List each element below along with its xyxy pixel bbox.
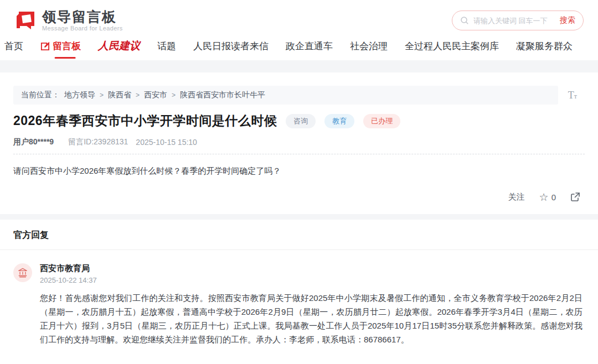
- reply-content: 您好！首先感谢您对我们工作的关注和支持。按照西安市教育局关于做好2025年中小学…: [40, 291, 582, 346]
- badge-status: 已办理: [363, 114, 400, 128]
- page-header: 领导留言板 Message Board for Leaders 搜索: [0, 0, 598, 38]
- star-button[interactable]: ☆ 0: [539, 192, 556, 202]
- badge-category: 咨询: [286, 114, 316, 128]
- message-time: 2025-10-15 15:10: [136, 138, 197, 147]
- message-id: 留言ID:23928131: [68, 137, 128, 147]
- share-button[interactable]: [570, 192, 580, 202]
- search-icon: [460, 16, 469, 25]
- star-count: 0: [551, 193, 556, 202]
- breadcrumb-separator: >: [172, 91, 176, 99]
- government-building-icon: [18, 268, 28, 278]
- reply-item: 西安市教育局 2025-10-22 14:37 您好！首先感谢您对我们工作的关注…: [0, 250, 598, 357]
- message-title: 2026年春季西安市中小学开学时间是什么时候: [13, 112, 277, 129]
- breadcrumb-separator: >: [100, 91, 104, 99]
- nav-item-serve-masses[interactable]: 凝聚服务群众: [516, 40, 573, 53]
- breadcrumb-separator: >: [136, 91, 140, 99]
- font-size-toggle[interactable]: Tт: [568, 90, 585, 101]
- message-card: 当前位置： 地方领导 > 陕西省 > 西安市 > 陕西省西安市市长叶牛平 Tт …: [0, 72, 598, 214]
- breadcrumb-item-leader[interactable]: 陕西省西安市市长叶牛平: [180, 90, 265, 100]
- nav-item-democracy-cases[interactable]: 全过程人民民主案例库: [405, 40, 499, 53]
- message-actions: 关注 ☆ 0: [13, 190, 585, 204]
- site-logo[interactable]: 领导留言板 Message Board for Leaders: [14, 9, 123, 32]
- divider-strip: [0, 60, 598, 72]
- follow-button[interactable]: 关注: [508, 192, 525, 202]
- nav-item-topics[interactable]: 话题: [157, 40, 176, 53]
- breadcrumb-item-province[interactable]: 陕西省: [108, 90, 131, 100]
- logo-subtitle: Message Board for Leaders: [42, 25, 123, 32]
- breadcrumb: 当前位置： 地方领导 > 陕西省 > 西安市 > 陕西省西安市市长叶牛平: [13, 86, 558, 105]
- nav-item-reader-letters[interactable]: 人民日报读者来信: [193, 40, 269, 53]
- breadcrumb-item-city[interactable]: 西安市: [144, 90, 167, 100]
- nav-item-home[interactable]: 首页: [4, 40, 23, 53]
- nav-item-label: 留言板: [53, 40, 81, 53]
- reply-section-title: 官方回复: [13, 230, 585, 241]
- share-icon: [570, 192, 580, 202]
- nav-item-social-governance[interactable]: 社会治理: [350, 40, 388, 53]
- main-nav: 首页 留言板 人民建议 话题 人民日报读者来信 政企直通车 社会治理 全过程人民…: [0, 38, 598, 60]
- star-icon: ☆: [539, 192, 549, 202]
- edit-icon: [40, 41, 50, 51]
- breadcrumb-label: 当前位置：: [21, 90, 60, 100]
- official-reply-section: 官方回复 西安市教育局 2025-10-22 14:37 您好！首先感谢您对我们…: [0, 220, 598, 357]
- breadcrumb-item-local-leaders[interactable]: 地方领导: [64, 90, 95, 100]
- badge-domain: 教育: [324, 114, 354, 128]
- search-input[interactable]: [473, 17, 555, 25]
- nav-item-message-board[interactable]: 留言板: [40, 40, 81, 53]
- search-box[interactable]: 搜索: [452, 11, 584, 30]
- message-user: 用户80****9: [13, 137, 54, 147]
- logo-title: 领导留言板: [42, 9, 123, 25]
- agency-name: 西安市教育局: [40, 263, 582, 274]
- nav-item-gov-business[interactable]: 政企直通车: [286, 40, 333, 53]
- nav-item-people-suggestions[interactable]: 人民建议: [98, 39, 140, 53]
- divider-strip: [0, 214, 598, 220]
- agency-avatar: [13, 263, 32, 282]
- logo-icon: [14, 9, 37, 32]
- reply-time: 2025-10-22 14:37: [40, 276, 582, 284]
- search-button[interactable]: 搜索: [560, 15, 575, 25]
- message-content: 请问西安市中小学2026年寒假放到什么时候？春季的开学时间确定了吗？: [13, 164, 585, 178]
